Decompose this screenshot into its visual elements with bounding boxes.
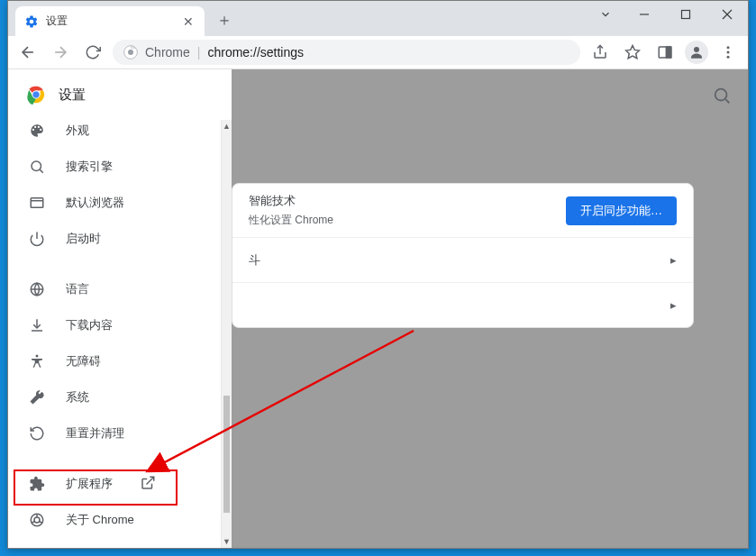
tab-title: 设置 bbox=[46, 14, 181, 29]
sidebar-item-reset[interactable]: 重置并清理 bbox=[8, 415, 224, 451]
back-button[interactable] bbox=[15, 40, 41, 65]
sidebar-header: 设置 bbox=[8, 69, 232, 120]
window-controls bbox=[587, 1, 748, 28]
svg-point-20 bbox=[32, 161, 41, 171]
sidebar-item-label: 外观 bbox=[66, 123, 89, 139]
svg-point-13 bbox=[694, 47, 699, 52]
sidebar-item-label: 系统 bbox=[66, 389, 89, 406]
sidebar-item-languages[interactable]: 语言 bbox=[8, 271, 224, 307]
sidebar-item-appearance[interactable]: 外观 bbox=[8, 120, 224, 149]
sidebar-item-extensions[interactable]: 扩展程序 bbox=[8, 466, 224, 502]
svg-line-35 bbox=[32, 522, 34, 524]
chrome-outline-icon bbox=[28, 511, 46, 529]
sidebar-item-label: 搜索引擎 bbox=[66, 159, 113, 175]
url-scheme: Chrome bbox=[145, 45, 190, 59]
toolbar: Chrome | chrome://settings bbox=[8, 36, 748, 69]
palette-icon bbox=[28, 122, 46, 140]
restore-icon bbox=[28, 424, 46, 442]
chrome-page-icon bbox=[123, 45, 138, 59]
browser-window: 设置 ✕ ＋ bbox=[7, 0, 749, 549]
chrome-logo-icon bbox=[26, 85, 46, 105]
tab-settings[interactable]: 设置 ✕ bbox=[15, 6, 205, 36]
profile-avatar[interactable] bbox=[685, 41, 708, 64]
tab-strip: 设置 ✕ ＋ bbox=[8, 1, 748, 36]
settings-sidebar: 设置 外观 搜索引擎 默认浏览器 bbox=[8, 69, 232, 548]
url-path: chrome://settings bbox=[207, 45, 304, 59]
svg-line-37 bbox=[725, 99, 729, 103]
chevron-right-icon: ▸ bbox=[670, 298, 677, 312]
address-bar[interactable]: Chrome | chrome://settings bbox=[113, 40, 580, 65]
svg-point-36 bbox=[715, 89, 727, 101]
sidebar-item-accessibility[interactable]: 无障碍 bbox=[8, 343, 224, 379]
search-icon bbox=[28, 158, 46, 176]
sidebar-scroll: 外观 搜索引擎 默认浏览器 启动时 bbox=[8, 120, 232, 548]
scrollbar-thumb[interactable] bbox=[223, 396, 230, 513]
turn-on-sync-button[interactable]: 开启同步功能… bbox=[566, 196, 677, 225]
svg-point-16 bbox=[727, 56, 730, 59]
open-in-new-icon bbox=[140, 475, 156, 494]
reload-button[interactable] bbox=[80, 40, 105, 65]
svg-line-30 bbox=[147, 477, 154, 484]
row-label: 斗 bbox=[249, 252, 260, 269]
sidebar-item-label: 关于 Chrome bbox=[66, 512, 134, 528]
sidebar-item-label: 默认浏览器 bbox=[66, 195, 124, 211]
globe-icon bbox=[28, 280, 46, 298]
sidebar-item-label: 启动时 bbox=[66, 231, 101, 247]
sync-row-title: 智能技术 bbox=[249, 193, 333, 209]
share-icon[interactable] bbox=[587, 40, 613, 65]
sidebar-item-on-startup[interactable]: 启动时 bbox=[8, 221, 224, 257]
sidebar-item-default-browser[interactable]: 默认浏览器 bbox=[8, 185, 224, 221]
settings-search-button[interactable] bbox=[712, 86, 732, 109]
svg-point-32 bbox=[34, 517, 40, 523]
sidebar-item-search-engine[interactable]: 搜索引擎 bbox=[8, 149, 224, 185]
accessibility-icon bbox=[28, 352, 46, 370]
extension-icon bbox=[28, 475, 46, 493]
sync-row[interactable]: 智能技术 性化设置 Chrome 开启同步功能… bbox=[232, 184, 693, 237]
sidebar-title: 设置 bbox=[59, 87, 86, 104]
svg-marker-9 bbox=[626, 46, 640, 59]
settings-main: 智能技术 性化设置 Chrome 开启同步功能… 斗 ▸ ▸ bbox=[232, 69, 748, 548]
sidebar-item-system[interactable]: 系统 bbox=[8, 379, 224, 415]
sidebar-item-about-chrome[interactable]: 关于 Chrome bbox=[8, 502, 224, 538]
sidebar-item-downloads[interactable]: 下载内容 bbox=[8, 307, 224, 343]
download-icon bbox=[28, 316, 46, 334]
scroll-down-arrow[interactable]: ▼ bbox=[222, 535, 232, 548]
sidebar-item-label: 下载内容 bbox=[66, 317, 113, 333]
content-area: 设置 外观 搜索引擎 默认浏览器 bbox=[8, 69, 748, 548]
maximize-button[interactable] bbox=[665, 1, 706, 28]
bookmark-star-icon[interactable] bbox=[620, 40, 645, 65]
forward-button[interactable] bbox=[48, 40, 73, 65]
settings-card: 智能技术 性化设置 Chrome 开启同步功能… 斗 ▸ ▸ bbox=[232, 183, 694, 328]
gear-icon bbox=[24, 14, 39, 29]
close-window-button[interactable] bbox=[706, 1, 748, 28]
svg-rect-22 bbox=[31, 198, 43, 208]
chevron-right-icon: ▸ bbox=[670, 253, 677, 267]
chevron-down-icon[interactable] bbox=[587, 1, 624, 28]
sync-row-subtitle: 性化设置 Chrome bbox=[249, 213, 333, 228]
sidebar-item-label: 重置并清理 bbox=[66, 425, 124, 442]
new-tab-button[interactable]: ＋ bbox=[212, 7, 237, 32]
svg-point-15 bbox=[727, 51, 730, 54]
browser-icon bbox=[28, 194, 46, 212]
svg-rect-12 bbox=[667, 47, 671, 58]
sidebar-item-label: 扩展程序 bbox=[66, 476, 113, 492]
svg-point-29 bbox=[36, 355, 39, 358]
svg-line-21 bbox=[40, 169, 42, 172]
wrench-icon bbox=[28, 388, 46, 406]
settings-row-3[interactable]: ▸ bbox=[232, 282, 693, 327]
sidebar-item-label: 无障碍 bbox=[66, 353, 101, 369]
scroll-up-arrow[interactable]: ▲ bbox=[222, 120, 232, 132]
power-icon bbox=[28, 230, 46, 248]
url-divider: | bbox=[197, 45, 201, 59]
svg-point-14 bbox=[727, 46, 730, 49]
minimize-button[interactable] bbox=[624, 1, 665, 28]
close-tab-button[interactable]: ✕ bbox=[181, 14, 196, 29]
sidebar-scrollbar[interactable]: ▲ ▼ bbox=[221, 120, 232, 548]
svg-rect-1 bbox=[682, 11, 690, 19]
side-panel-icon[interactable] bbox=[652, 40, 678, 65]
svg-line-34 bbox=[40, 522, 42, 524]
settings-row-2[interactable]: 斗 ▸ bbox=[232, 237, 693, 282]
sidebar-item-label: 语言 bbox=[66, 281, 89, 297]
svg-point-7 bbox=[128, 50, 133, 55]
kebab-menu-icon[interactable] bbox=[715, 40, 741, 65]
